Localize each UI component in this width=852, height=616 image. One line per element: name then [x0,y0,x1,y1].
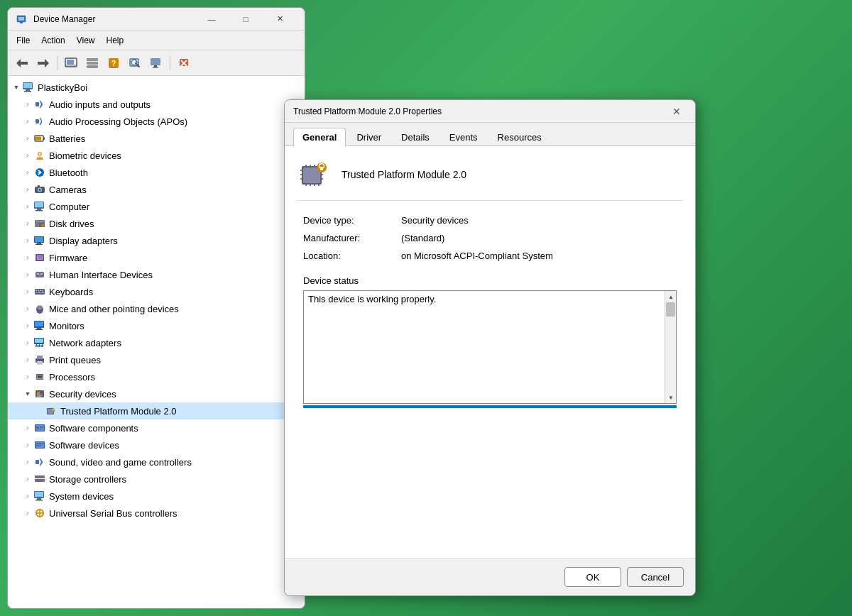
minimize-button[interactable]: — [195,8,228,31]
tree-item-cameras[interactable]: › Cameras [8,181,305,198]
forward-button[interactable] [33,53,53,73]
tree-item-mice[interactable]: › Mice and other pointing devices [8,300,305,317]
back-button[interactable] [12,53,32,73]
scroll-up-arrow[interactable]: ▲ [665,291,677,302]
expand-icon[interactable]: › [22,337,33,348]
expand-icon[interactable]: › [22,286,33,297]
dialog-close-button[interactable]: ✕ [667,101,687,121]
tab-driver[interactable]: Driver [347,128,390,146]
expand-icon[interactable]: › [22,371,33,383]
tree-item-processors[interactable]: › Processors [8,368,305,385]
biometric-icon [33,149,46,162]
device-status-label: Device status [303,275,677,286]
tab-resources[interactable]: Resources [488,128,551,146]
tree-item-system[interactable]: › System devices [8,488,305,505]
expand-icon[interactable]: › [22,201,33,212]
location-label: Location: [303,251,395,261]
root-expand-icon[interactable]: ▼ [11,82,22,93]
tree-item-computer[interactable]: › Computer [8,198,305,215]
view-button[interactable] [82,53,102,73]
tree-item-biometric[interactable]: › Biometric devices [8,147,305,164]
svg-rect-29 [36,137,41,141]
expand-icon[interactable]: › [22,320,33,331]
system-icon [33,490,46,502]
item-label: Firmware [49,253,87,263]
properties-button[interactable] [61,53,81,73]
tree-item-audio-inputs[interactable]: › Audio inputs and outputs [8,96,305,113]
expand-icon[interactable]: ▼ [22,388,33,400]
tree-item-print[interactable]: › Print queues [8,351,305,368]
tree-item-audio-apo[interactable]: › Audio Processing Objects (APOs) [8,113,305,130]
tree-item-usb[interactable]: › Universal Serial Bus controllers [8,505,305,522]
svg-rect-46 [35,237,43,242]
expand-icon[interactable]: › [22,167,33,178]
menu-bar: File Action View Help [8,31,305,50]
expand-icon[interactable]: › [22,116,33,127]
tree-item-display[interactable]: › Display adapters [8,232,305,249]
expand-icon[interactable]: › [22,184,33,195]
tree-item-storage[interactable]: › Storage controllers [8,471,305,488]
device-manager-window: Device Manager — □ ✕ File Action View He… [7,7,305,609]
menu-file[interactable]: File [11,33,36,48]
expand-icon[interactable]: › [22,218,33,229]
tree-item-bluetooth[interactable]: › Bluetooth [8,164,305,181]
tree-item-firmware[interactable]: › Firmware [8,249,305,266]
tree-item-disk[interactable]: › Disk drives [8,215,305,232]
expand-icon[interactable]: › [22,303,33,314]
tab-events[interactable]: Events [440,128,487,146]
hid-icon [33,268,46,281]
tree-item-keyboards[interactable]: › Keyboards [8,283,305,300]
scroll-down-arrow[interactable]: ▼ [665,392,677,403]
expand-icon[interactable]: › [22,456,33,468]
tree-item-software-devices[interactable]: › Software devices [8,436,305,453]
expand-icon[interactable]: › [22,354,33,365]
item-label: Bluetooth [49,167,88,178]
tree-item-network[interactable]: › Network adapters [8,334,305,351]
tree-item-security[interactable]: ▼ Security devices [8,385,305,402]
scroll-thumb[interactable] [666,302,675,317]
firmware-icon [33,251,46,264]
tree-item-tpm[interactable]: Trusted Platform Module 2.0 [8,402,305,419]
computer-icon [22,81,35,94]
svg-rect-70 [37,328,41,329]
tab-details[interactable]: Details [392,128,439,146]
expand-icon[interactable]: › [22,133,33,144]
expand-icon[interactable]: › [22,99,33,110]
svg-rect-15 [151,58,160,65]
help-button[interactable]: ? [104,53,124,73]
device-type-value: Security devices [401,215,677,226]
tree-item-hid[interactable]: › Human Interface Devices [8,266,305,283]
tree-root[interactable]: ▼ PlastickyBoi [8,79,305,96]
tab-general[interactable]: General [293,128,346,146]
tree-item-sound[interactable]: › Sound, video and game controllers [8,453,305,471]
expand-icon[interactable]: › [22,252,33,263]
menu-action[interactable]: Action [36,33,70,48]
expand-icon[interactable]: › [22,507,33,519]
display-button[interactable] [146,53,166,73]
expand-icon[interactable]: › [22,422,33,434]
expand-icon[interactable]: › [22,490,33,502]
menu-view[interactable]: View [71,33,101,48]
status-textbox-wrapper: This device is working properly. ▲ ▼ [303,290,677,408]
svg-rect-71 [36,329,43,331]
svg-marker-4 [38,59,49,67]
expand-icon[interactable]: › [22,150,33,161]
item-label: Monitors [49,321,84,331]
expand-icon[interactable]: › [22,269,33,280]
device-name: Trusted Platform Module 2.0 [342,169,466,180]
cancel-button[interactable]: Cancel [627,567,684,587]
title-bar-buttons: — □ ✕ [195,8,296,31]
status-scrollbar[interactable]: ▲ ▼ [665,291,676,403]
uninstall-button[interactable] [174,53,194,73]
tree-item-batteries[interactable]: › Batteries [8,130,305,147]
close-button[interactable]: ✕ [263,8,296,31]
scan-button[interactable] [125,53,145,73]
ok-button[interactable]: OK [564,567,621,587]
expand-icon[interactable]: › [22,473,33,485]
menu-help[interactable]: Help [101,33,130,48]
expand-icon[interactable]: › [22,439,33,451]
expand-icon[interactable]: › [22,235,33,246]
tree-item-monitors[interactable]: › Monitors [8,317,305,334]
maximize-button[interactable]: □ [229,8,262,31]
tree-item-software-components[interactable]: › Software components [8,419,305,436]
